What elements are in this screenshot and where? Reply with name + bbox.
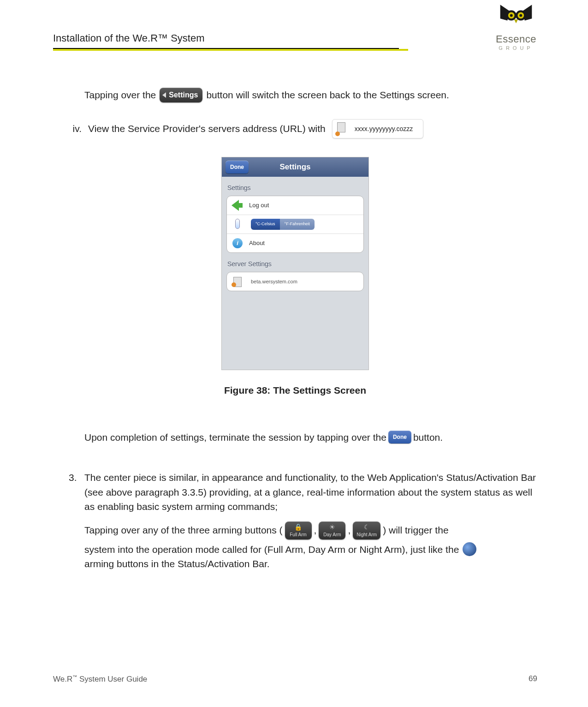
page-header: Installation of the We.R™ System bbox=[53, 0, 537, 51]
sun-icon: ☀ bbox=[329, 524, 335, 530]
text: Tapping over any of the three arming but… bbox=[84, 523, 283, 538]
night-arm-button-graphic: ☾ Night Arm bbox=[353, 521, 380, 539]
page-footer: We.R™ System User Guide 69 bbox=[53, 674, 537, 684]
completion-sentence: Upon completion of settings, terminate t… bbox=[84, 430, 537, 445]
item3-line3: system into the operation mode called fo… bbox=[84, 542, 537, 557]
text: , bbox=[314, 523, 317, 538]
day-arm-label: Day Arm bbox=[323, 531, 341, 538]
done-button-inline: Done bbox=[388, 431, 411, 443]
full-arm-button-graphic: 🔒 Full Arm bbox=[285, 521, 312, 539]
about-label: About bbox=[249, 239, 265, 248]
section-header-server: Server Settings bbox=[222, 253, 368, 272]
footer-doc-title: System User Guide bbox=[77, 675, 147, 683]
info-icon: i bbox=[232, 238, 244, 249]
text: Upon completion of settings, terminate t… bbox=[84, 430, 386, 445]
item3-line4: arming buttons in the Status/Activation … bbox=[84, 557, 537, 571]
step-text: View the Service Provider's servers addr… bbox=[88, 121, 326, 136]
list-item-3: 3. The center piece is similar, in appea… bbox=[69, 470, 537, 571]
text: ) will trigger the bbox=[383, 523, 448, 538]
temp-segmented-control[interactable]: °C-Celsius °F-Fahrenheit bbox=[251, 219, 315, 230]
text: , bbox=[348, 523, 350, 538]
text: button. bbox=[413, 430, 443, 445]
page-number: 69 bbox=[529, 674, 537, 684]
moon-icon: ☾ bbox=[364, 524, 370, 530]
logout-icon bbox=[232, 200, 244, 211]
full-arm-label: Full Arm bbox=[290, 531, 307, 538]
lock-icon: 🔒 bbox=[294, 524, 302, 530]
logout-row[interactable]: Log out bbox=[227, 196, 363, 215]
server-icon bbox=[335, 121, 349, 136]
item3-paragraph1: The center piece is similar, in appearan… bbox=[84, 470, 537, 514]
settings-screen-figure: Done Settings Settings Log out °C-Celsiu… bbox=[221, 157, 369, 370]
text: system into the operation mode called fo… bbox=[84, 542, 459, 557]
footer-left: We.R™ System User Guide bbox=[53, 674, 147, 684]
settings-return-sentence: Tapping over the Settings button will sw… bbox=[84, 88, 537, 102]
day-arm-button-graphic: ☀ Day Arm bbox=[319, 521, 345, 539]
logout-label: Log out bbox=[249, 201, 269, 210]
section-header-settings: Settings bbox=[222, 177, 368, 196]
temperature-row[interactable]: °C-Celsius °F-Fahrenheit bbox=[227, 215, 363, 234]
arming-indicator-icon bbox=[463, 542, 476, 556]
server-menu-group: beta.wersystem.com bbox=[226, 272, 364, 291]
server-url-row[interactable]: beta.wersystem.com bbox=[227, 272, 363, 291]
settings-pill-label: Settings bbox=[169, 90, 198, 101]
night-arm-label: Night Arm bbox=[356, 531, 377, 538]
done-button[interactable]: Done bbox=[226, 161, 249, 174]
phone-nav-title: Settings bbox=[279, 161, 310, 173]
fahrenheit-option[interactable]: °F-Fahrenheit bbox=[280, 219, 315, 230]
footer-product: We.R bbox=[53, 675, 72, 683]
step-label: iv. bbox=[65, 121, 82, 136]
accent-rule bbox=[53, 49, 408, 51]
item3-arming-line: Tapping over any of the three arming but… bbox=[84, 521, 537, 539]
thermometer-icon bbox=[232, 219, 244, 230]
server-icon bbox=[232, 276, 244, 287]
tm-symbol: ™ bbox=[72, 674, 77, 679]
phone-nav-bar: Done Settings bbox=[222, 157, 368, 177]
about-row[interactable]: i About bbox=[227, 234, 363, 252]
server-url-text: xxxx.yyyyyyyy.cozzz bbox=[355, 124, 413, 134]
settings-button-graphic: Settings bbox=[160, 88, 202, 102]
figure-caption: Figure 38: The Settings Screen bbox=[53, 383, 537, 398]
chevron-left-icon bbox=[162, 92, 166, 98]
celsius-option[interactable]: °C-Celsius bbox=[251, 219, 280, 230]
text: Tapping over the bbox=[84, 88, 156, 102]
server-url-chip: xxxx.yyyyyyyy.cozzz bbox=[332, 119, 424, 138]
text: button will switch the screen back to th… bbox=[206, 88, 449, 102]
server-url-value: beta.wersystem.com bbox=[251, 278, 297, 286]
item-number: 3. bbox=[69, 470, 78, 571]
chapter-title: Installation of the We.R™ System bbox=[53, 32, 399, 49]
settings-menu-group: Log out °C-Celsius °F-Fahrenheit i About bbox=[226, 196, 364, 253]
step-iv: iv. View the Service Provider's servers … bbox=[84, 119, 537, 138]
